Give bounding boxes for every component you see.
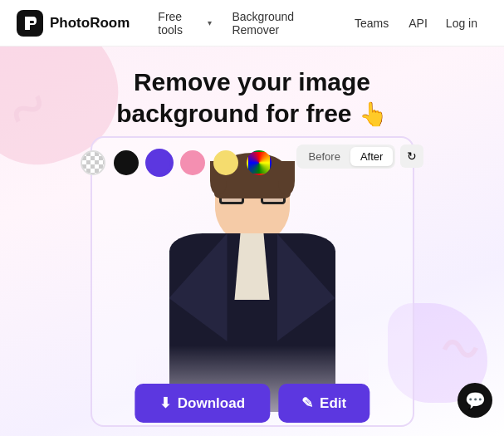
- controls-row: Before After ↻: [0, 137, 504, 175]
- heading-emoji: 👆: [359, 101, 388, 127]
- login-button[interactable]: Log in: [436, 12, 487, 35]
- color-picker: [81, 150, 272, 175]
- swatch-pink[interactable]: [180, 150, 205, 175]
- hero-heading: Remove your image background for free 👆: [0, 47, 504, 129]
- main-content: ~ ~ Remove your image background for fre…: [0, 47, 504, 436]
- edit-button[interactable]: ✎ Edit: [278, 384, 369, 423]
- heading-text: Remove your image background for free 👆: [0, 66, 504, 129]
- swatch-black[interactable]: [114, 150, 139, 175]
- free-tools-nav[interactable]: Free tools ▾: [149, 5, 220, 42]
- chevron-down-icon: ▾: [208, 18, 212, 27]
- nav-links: Free tools ▾ Background Remover Teams AP…: [149, 5, 436, 42]
- refresh-button[interactable]: ↻: [400, 145, 423, 168]
- after-button[interactable]: After: [350, 147, 393, 166]
- action-buttons: ⬇ Download ✎ Edit: [135, 384, 369, 423]
- swatch-multi[interactable]: [247, 150, 272, 175]
- edit-icon: ✎: [301, 394, 313, 412]
- bg-remover-nav[interactable]: Background Remover: [223, 5, 343, 42]
- chat-support-button[interactable]: 💬: [458, 383, 492, 418]
- chat-icon: 💬: [465, 390, 486, 410]
- before-after-toggle: Before After: [296, 145, 396, 169]
- navbar: PhotoRoom Free tools ▾ Background Remove…: [0, 0, 504, 47]
- download-button[interactable]: ⬇ Download: [135, 384, 270, 423]
- logo[interactable]: PhotoRoom: [17, 10, 130, 37]
- logo-icon: [17, 10, 43, 37]
- teams-nav[interactable]: Teams: [346, 12, 397, 35]
- download-icon: ⬇: [159, 394, 171, 412]
- logo-text: PhotoRoom: [50, 15, 130, 32]
- person-image: [136, 146, 369, 412]
- swatch-purple[interactable]: [147, 150, 172, 175]
- swatch-transparent[interactable]: [81, 150, 105, 175]
- api-nav[interactable]: API: [400, 12, 436, 35]
- before-button[interactable]: Before: [299, 147, 350, 166]
- swatch-yellow[interactable]: [213, 150, 238, 175]
